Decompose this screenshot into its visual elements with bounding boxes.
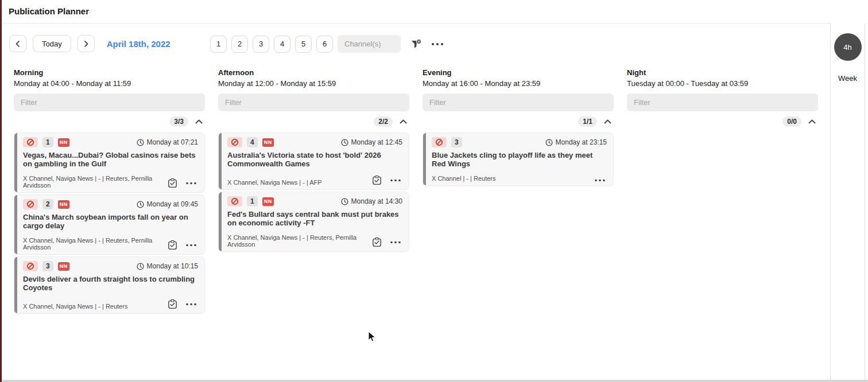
card-list: 1 NN Monday at 07:21 Vegas, Macau...Duba… (14, 132, 205, 314)
channel-number-button[interactable]: 2 (231, 36, 248, 53)
column-count-row: 3/3 (14, 116, 205, 127)
toolbar-more-button[interactable] (431, 42, 444, 46)
card-channels-meta: X Channel, Naviga News | - | Reuters (23, 303, 167, 310)
task-check-button[interactable] (167, 240, 178, 251)
publication-card[interactable]: 3 NN Monday at 10:15 Devils deliver a fo… (14, 256, 205, 314)
card-footer-icons (371, 175, 402, 186)
card-time-label: Monday at 10:15 (147, 262, 198, 270)
channel-number-button[interactable]: 1 (210, 36, 227, 53)
task-check-button[interactable] (167, 178, 178, 189)
card-headline: Blue Jackets cling to playoff life as th… (432, 151, 607, 168)
card-channels-meta: X Channel, Naviga News | - | AFP (227, 179, 371, 186)
card-headline: Vegas, Macau...Dubai? Global casinos rai… (23, 151, 198, 168)
page-title: Publication Planner (9, 6, 89, 16)
card-more-button[interactable] (185, 182, 197, 185)
card-number-badge: 1 (42, 137, 53, 147)
card-badges-row: 2 NN Monday at 09:45 (23, 199, 198, 209)
right-sidebar: 4h Week (830, 23, 865, 382)
column-collapse-button[interactable] (195, 119, 203, 124)
ellipsis-icon (185, 244, 197, 247)
card-footer: X Channel, Naviga News | - | Reuters, Pe… (227, 234, 402, 248)
ellipsis-icon (594, 179, 606, 182)
time-column: Night Tuesday at 00:00 - Tuesday at 03:5… (627, 68, 818, 315)
column-count-badge: 1/1 (578, 116, 597, 127)
today-button[interactable]: Today (33, 35, 71, 52)
time-column: Morning Monday at 04:00 - Monday at 11:5… (14, 68, 205, 315)
publication-card[interactable]: 2 NN Monday at 09:45 China's March soybe… (14, 194, 205, 255)
card-badges-row: 3 Monday at 23:15 (432, 137, 607, 147)
card-accent-bar (423, 133, 426, 185)
column-collapse-button[interactable] (399, 119, 408, 124)
channel-number-button[interactable]: 6 (316, 36, 333, 53)
card-headline: China's March soybean imports fall on ye… (23, 213, 198, 230)
clock-icon (545, 139, 553, 146)
card-more-button[interactable] (185, 303, 197, 306)
window-left-edge (0, 0, 2, 382)
week-view-label[interactable]: Week (838, 74, 857, 83)
nn-source-badge: NN (58, 200, 69, 209)
channel-number-button[interactable]: 4 (274, 36, 290, 53)
nn-source-badge: NN (58, 262, 69, 271)
card-number-badge: 3 (451, 137, 462, 147)
card-channels-meta: X Channel, Naviga News | - | Reuters, Pe… (227, 234, 371, 248)
column-filter-input[interactable] (14, 93, 205, 111)
card-more-button[interactable] (390, 179, 401, 182)
column-count-badge: 2/2 (374, 116, 393, 127)
chevron-up-icon (399, 119, 408, 124)
card-schedule-time: Monday at 14:30 (341, 197, 402, 205)
duration-badge[interactable]: 4h (834, 33, 862, 61)
horizontal-scrollbar[interactable] (0, 380, 868, 382)
card-more-button[interactable] (594, 179, 606, 182)
publication-card[interactable]: 4 NN Monday at 12:45 Australia's Victori… (218, 132, 409, 190)
card-footer-icons (167, 299, 198, 310)
card-number-badge: 4 (247, 137, 258, 147)
clear-filter-button[interactable] (410, 38, 423, 50)
channels-input[interactable] (338, 35, 401, 53)
column-count-row: 2/2 (218, 116, 409, 127)
card-time-label: Monday at 07:21 (147, 138, 198, 146)
card-list: 4 NN Monday at 12:45 Australia's Victori… (218, 132, 409, 252)
chevron-up-icon (603, 119, 612, 124)
card-channels-meta: X Channel | - | Reuters (432, 175, 594, 182)
card-accent-bar (219, 133, 222, 189)
column-filter-input[interactable] (423, 93, 614, 111)
column-count-badge: 0/0 (782, 116, 801, 127)
task-check-button[interactable] (167, 299, 178, 310)
card-schedule-time: Monday at 10:15 (137, 262, 198, 270)
card-accent-bar (219, 192, 222, 251)
card-number-badge: 1 (247, 196, 258, 206)
time-column: Evening Monday at 16:00 - Monday at 23:5… (423, 68, 614, 315)
nn-source-badge: NN (262, 138, 274, 147)
card-footer-icons (594, 179, 607, 182)
channel-number-button[interactable]: 5 (295, 36, 312, 53)
card-footer-icons (167, 178, 198, 189)
card-more-button[interactable] (390, 241, 401, 244)
publication-card[interactable]: 1 NN Monday at 14:30 Fed's Bullard says … (218, 192, 409, 252)
card-badges-row: 4 NN Monday at 12:45 (227, 137, 402, 147)
clipboard-check-icon (371, 175, 382, 186)
column-time-range: Monday at 16:00 - Monday at 23:59 (423, 79, 614, 88)
card-accent-bar (14, 257, 17, 313)
clock-icon (341, 198, 348, 205)
task-check-button[interactable] (371, 237, 382, 248)
column-collapse-button[interactable] (603, 119, 612, 124)
publication-card[interactable]: 1 NN Monday at 07:21 Vegas, Macau...Duba… (14, 132, 205, 193)
prev-day-button[interactable] (9, 35, 26, 52)
clipboard-check-icon (167, 178, 178, 189)
channel-number-button[interactable]: 3 (253, 36, 269, 53)
column-title: Night (627, 68, 818, 77)
card-more-button[interactable] (185, 244, 197, 247)
card-footer: X Channel, Naviga News | - | Reuters, Pe… (23, 237, 198, 251)
card-schedule-time: Monday at 09:45 (137, 200, 198, 208)
task-check-button[interactable] (371, 175, 382, 186)
clock-icon (341, 139, 348, 146)
card-headline: Australia's Victoria state to host 'bold… (227, 151, 402, 168)
publication-card[interactable]: 3 Monday at 23:15 Blue Jackets cling to … (423, 132, 614, 186)
column-collapse-button[interactable] (808, 119, 816, 124)
chevron-left-icon (14, 40, 21, 48)
column-filter-input[interactable] (218, 93, 409, 111)
card-footer-icons (371, 237, 402, 248)
planner-main: Today April 18th, 2022 123456 (0, 23, 830, 382)
next-day-button[interactable] (78, 35, 95, 52)
column-filter-input[interactable] (627, 93, 818, 111)
